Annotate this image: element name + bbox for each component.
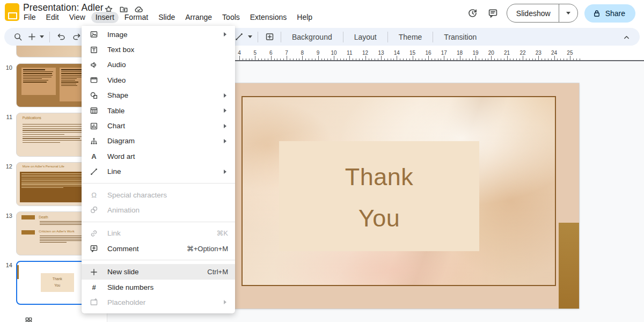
chart-icon xyxy=(89,121,99,130)
menu-item-placeholder[interactable]: Placeholder xyxy=(82,295,235,310)
slide-14-canvas[interactable]: Thank You xyxy=(231,83,579,309)
menu-item-slide-numbers[interactable]: #Slide numbers xyxy=(82,280,235,295)
ruler-tick xyxy=(441,58,441,61)
ruler-tick xyxy=(435,58,435,61)
transition-button[interactable]: Transition xyxy=(437,33,483,41)
ruler-tick xyxy=(570,56,570,60)
ruler-number: 10 xyxy=(331,50,336,56)
new-slide-dropdown-icon[interactable] xyxy=(39,35,45,38)
menubar-item-view[interactable]: View xyxy=(65,12,90,23)
menubar-item-arrange[interactable]: Arrange xyxy=(181,12,216,23)
thumbnail-title: More on Adler's Personal Life xyxy=(23,165,64,168)
toolbar-separator xyxy=(49,32,50,42)
background-button[interactable]: Background xyxy=(286,33,339,41)
ruler-tick xyxy=(494,58,495,61)
line-tool-dropdown-icon[interactable] xyxy=(247,35,253,38)
ruler-tick xyxy=(422,58,422,61)
slideshow-dropdown-icon[interactable] xyxy=(559,12,577,14)
menubar-item-help[interactable]: Help xyxy=(292,12,317,23)
ruler-tick xyxy=(324,58,325,61)
menu-item-animation[interactable]: Animation xyxy=(82,202,235,217)
menubar-item-extensions[interactable]: Extensions xyxy=(246,12,291,23)
menubar-item-insert[interactable]: Insert xyxy=(91,12,119,23)
menu-item-label: Line xyxy=(107,167,121,175)
ruler-tick xyxy=(425,58,426,61)
ruler-tick xyxy=(551,58,552,61)
ruler-tick xyxy=(353,58,353,61)
ruler-tick xyxy=(365,56,366,60)
search-menus-icon[interactable] xyxy=(11,30,25,44)
menu-item-special-characters[interactable]: ΩSpecial characters xyxy=(82,187,235,202)
ruler-tick xyxy=(479,58,479,61)
menu-divider xyxy=(82,222,235,222)
menubar-item-tools[interactable]: Tools xyxy=(218,12,244,23)
share-button[interactable]: Share xyxy=(584,4,635,23)
ruler-tick xyxy=(576,58,577,61)
menu-item-line[interactable]: Line xyxy=(82,164,235,179)
ruler-tick xyxy=(337,58,338,61)
ruler-tick xyxy=(409,58,410,61)
slideshow-button[interactable]: Slideshow xyxy=(507,4,578,23)
ruler-number: 9 xyxy=(317,50,320,56)
comments-icon[interactable] xyxy=(486,6,500,20)
ruler-tick xyxy=(538,56,539,60)
menu-shortcut: ⌘+Option+M xyxy=(187,245,228,253)
ruler-number: 16 xyxy=(425,50,431,56)
menu-item-image[interactable]: Image xyxy=(82,27,235,42)
menu-item-table[interactable]: Table xyxy=(82,103,235,118)
version-history-icon[interactable] xyxy=(466,6,480,20)
ruler-tick xyxy=(573,58,574,61)
video-icon xyxy=(89,76,99,85)
add-comment-button[interactable] xyxy=(262,30,276,44)
menubar-item-format[interactable]: Format xyxy=(120,12,152,23)
hide-menus-icon[interactable] xyxy=(619,30,633,44)
line-icon xyxy=(89,167,99,176)
ruler-tick xyxy=(450,58,451,61)
menu-item-new-slide[interactable]: New slideCtrl+M xyxy=(82,264,235,279)
new-slide-button[interactable] xyxy=(26,30,38,44)
ruler-tick xyxy=(334,56,334,60)
menu-item-comment[interactable]: Comment⌘+Option+M xyxy=(82,241,235,256)
ruler-tick xyxy=(340,58,341,61)
ruler-tick xyxy=(529,58,530,61)
ruler-tick xyxy=(567,58,567,61)
menubar-item-slide[interactable]: Slide xyxy=(154,12,179,23)
ruler-tick xyxy=(400,58,400,61)
thumbnail-title: Death xyxy=(39,215,48,219)
menu-item-word-art[interactable]: AWord art xyxy=(82,149,235,164)
menu-item-diagram[interactable]: Diagram xyxy=(82,134,235,149)
ruler-tick xyxy=(507,56,508,60)
ruler-number: 19 xyxy=(472,50,478,56)
ruler-number: 7 xyxy=(285,50,288,56)
menu-item-shape[interactable]: Shape xyxy=(82,88,235,103)
menu-item-link[interactable]: Link⌘K xyxy=(82,226,235,241)
menu-item-video[interactable]: Video xyxy=(82,72,235,87)
layout-button[interactable]: Layout xyxy=(348,33,383,41)
undo-button[interactable] xyxy=(54,30,68,44)
menu-item-label: Animation xyxy=(107,206,140,214)
ruler-tick xyxy=(246,58,246,61)
menubar-item-edit[interactable]: Edit xyxy=(42,12,63,23)
ruler-tick xyxy=(488,58,488,61)
ruler-tick xyxy=(469,58,470,61)
menu-item-audio[interactable]: Audio xyxy=(82,57,235,72)
menubar-item-file[interactable]: File xyxy=(19,12,40,23)
menu-item-text-box[interactable]: Text box xyxy=(82,42,235,57)
slide-numbers-icon: # xyxy=(89,283,99,292)
ruler-number: 21 xyxy=(504,50,510,56)
ruler-tick xyxy=(532,58,533,61)
ruler-tick xyxy=(491,56,492,60)
slide-number-label: 10 xyxy=(1,64,12,71)
special-characters-icon: Ω xyxy=(89,191,99,200)
table-icon xyxy=(89,106,99,115)
ruler-tick xyxy=(485,58,486,61)
ruler-tick xyxy=(428,56,429,60)
thank-you-text-box[interactable]: Thank You xyxy=(279,141,479,251)
ruler-tick xyxy=(560,58,561,61)
menu-item-chart[interactable]: Chart xyxy=(82,118,235,133)
theme-button[interactable]: Theme xyxy=(392,33,429,41)
grid-view-icon[interactable] xyxy=(25,317,33,322)
slides-logo[interactable] xyxy=(5,3,19,21)
ruler-tick xyxy=(378,58,378,61)
menu-item-label: Link xyxy=(107,229,121,237)
